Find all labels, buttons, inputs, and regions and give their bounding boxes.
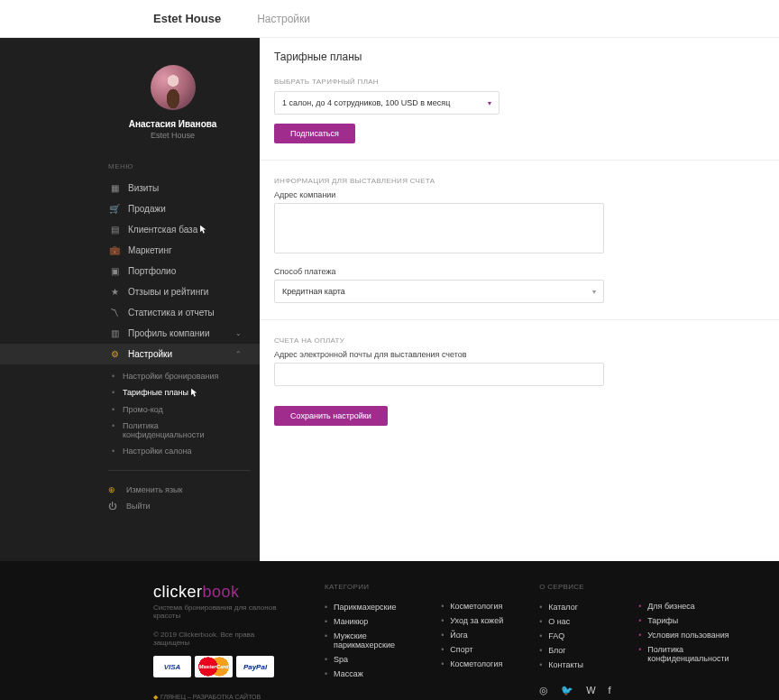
cursor-icon xyxy=(199,225,207,235)
footer-link[interactable]: Маникюр xyxy=(325,614,405,629)
footer-link[interactable]: Мужские парикмахерские xyxy=(325,629,405,652)
visa-badge: VISA xyxy=(153,656,191,677)
nav-portfolio[interactable]: ▣Портфолио xyxy=(108,261,260,281)
main-content: Тарифные планы ВЫБРАТЬ ТАРИФНЫЙ ПЛАН 1 с… xyxy=(260,38,779,561)
billing-section-label: ИНФОРМАЦИЯ ДЛЯ ВЫСТАВЛЕНИЯ СЧЕТА xyxy=(274,177,765,185)
logout[interactable]: ⏻Выйти xyxy=(108,498,260,514)
dev-credit[interactable]: ◆ГЛЯНЕЦ – РАЗРАБОТКА САЙТОВ xyxy=(153,694,289,700)
caret-down-icon: ▾ xyxy=(488,99,491,107)
profile-name: Анастасия Иванова xyxy=(108,119,237,129)
menu-heading: МЕНЮ xyxy=(108,162,260,170)
avatar[interactable] xyxy=(151,65,196,110)
footer-link[interactable]: Каталог xyxy=(539,600,602,614)
cursor-icon xyxy=(190,388,198,398)
plan-select-value: 1 салон, до 4 сотрудников, 100 USD в мес… xyxy=(282,98,450,107)
payment-method-label: Способ платежа xyxy=(274,267,765,276)
footer-link[interactable]: Парикмахерские xyxy=(325,600,405,614)
footer-link[interactable]: Массаж xyxy=(325,667,405,681)
footer-link[interactable]: Тарифы xyxy=(638,613,743,628)
chart-icon: 〽 xyxy=(108,308,121,318)
vk-icon[interactable]: W xyxy=(586,685,595,696)
subnav-privacy[interactable]: Политика конфиденциальности xyxy=(108,418,225,443)
nav-clients[interactable]: ▤Клиентская база xyxy=(108,219,260,240)
subnav-salon[interactable]: Настройки салона xyxy=(108,443,260,459)
nav-marketing[interactable]: 💼Маркетинг xyxy=(108,240,260,261)
briefcase-icon: 💼 xyxy=(108,245,121,255)
footer-link[interactable]: Уход за кожей xyxy=(441,613,503,628)
nav-sales[interactable]: 🛒Продажи xyxy=(108,198,260,219)
footer-link[interactable]: Для бизнеса xyxy=(638,599,743,613)
footer: clickerbook Система бронирования для сал… xyxy=(0,561,779,700)
footer-link[interactable]: Косметология xyxy=(441,657,503,671)
twitter-icon[interactable]: 🐦 xyxy=(561,685,573,696)
subnav-booking[interactable]: Настройки бронирования xyxy=(108,368,260,384)
caret-down-icon: ▾ xyxy=(592,288,596,296)
footer-copyright: © 2019 Clickerbook. Все права защищены xyxy=(153,631,289,647)
page-title: Тарифные планы xyxy=(274,51,765,63)
mastercard-badge: MasterCard xyxy=(195,656,233,677)
gear-icon: ⚙ xyxy=(108,349,121,359)
footer-link[interactable]: Спорт xyxy=(441,642,503,657)
email-label: Адрес электронной почты для выставления … xyxy=(274,350,765,359)
header-brand: Estet House xyxy=(153,12,221,25)
image-icon: ▣ xyxy=(108,266,121,276)
facebook-icon[interactable]: f xyxy=(609,685,611,696)
cart-icon: 🛒 xyxy=(108,204,121,214)
nav-stats[interactable]: 〽Статистика и отчеты xyxy=(108,302,260,323)
footer-tagline: Система бронирования для салонов красоты xyxy=(153,603,289,620)
footer-logo: clickerbook xyxy=(153,583,289,602)
nav-reviews[interactable]: ★Отзывы и рейтинги xyxy=(108,281,260,302)
sidebar: Анастасия Иванова Estet House МЕНЮ ▦Визи… xyxy=(0,38,260,561)
star-icon: ★ xyxy=(108,287,121,297)
globe-icon: ⊕ xyxy=(108,485,121,494)
instagram-icon[interactable]: ◎ xyxy=(539,685,548,696)
building-icon: ▥ xyxy=(108,328,121,338)
payment-method-select[interactable]: Кредитная карта ▾ xyxy=(274,280,604,303)
footer-link[interactable]: Spa xyxy=(325,652,405,667)
header-section: Настройки xyxy=(257,13,310,25)
payment-method-value: Кредитная карта xyxy=(282,287,345,296)
footer-link[interactable]: Йога xyxy=(441,628,503,642)
subscribe-button[interactable]: Подписаться xyxy=(274,124,355,143)
nav-profile[interactable]: ▥Профиль компании⌄ xyxy=(108,323,260,344)
billing-email-input[interactable] xyxy=(274,363,604,386)
address-label: Адрес компании xyxy=(274,190,765,199)
change-language[interactable]: ⊕Изменить язык xyxy=(108,482,260,498)
subnav-promo[interactable]: Промо-код xyxy=(108,401,260,418)
calendar-icon: ▦ xyxy=(108,183,121,193)
plan-section-label: ВЫБРАТЬ ТАРИФНЫЙ ПЛАН xyxy=(274,78,765,86)
profile-company: Estet House xyxy=(108,131,237,140)
plan-select[interactable]: 1 салон, до 4 сотрудников, 100 USD в мес… xyxy=(274,91,499,115)
power-icon: ⏻ xyxy=(108,502,121,511)
footer-service-heading: О СЕРВИСЕ xyxy=(539,583,602,591)
nav-settings[interactable]: ⚙Настройки⌃ xyxy=(0,344,260,364)
footer-link[interactable]: Косметология xyxy=(441,599,503,613)
chevron-down-icon: ⌄ xyxy=(235,329,242,337)
footer-link[interactable]: FAQ xyxy=(539,629,602,643)
invoice-section-label: СЧЕТА НА ОПЛАТУ xyxy=(274,336,765,345)
footer-link[interactable]: Блог xyxy=(539,643,602,658)
footer-link[interactable]: О нас xyxy=(539,614,602,629)
chevron-up-icon: ⌃ xyxy=(235,350,242,358)
subnav-plans[interactable]: Тарифные планы xyxy=(108,384,260,401)
footer-categories-heading: КАТЕГОРИИ xyxy=(325,583,405,591)
nav-visits[interactable]: ▦Визиты xyxy=(108,178,260,198)
footer-link[interactable]: Условия пользования xyxy=(638,628,743,642)
address-textarea[interactable] xyxy=(274,203,604,253)
paypal-badge: PayPal xyxy=(236,656,274,677)
folder-icon: ▤ xyxy=(108,225,121,235)
footer-link[interactable]: Контакты xyxy=(539,658,602,672)
footer-link[interactable]: Политика конфиденциальности xyxy=(638,642,743,666)
save-button[interactable]: Сохранить настройки xyxy=(274,406,388,426)
